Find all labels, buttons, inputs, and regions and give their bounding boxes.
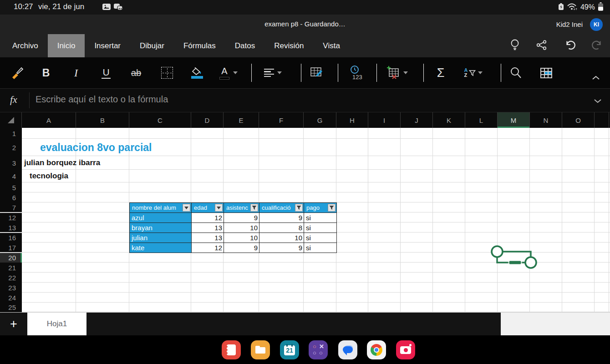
expand-formula-bar-icon[interactable] [594,97,602,105]
calendar-icon[interactable]: 21 [280,340,299,359]
table-cell[interactable]: 9 [259,213,304,223]
tips-lightbulb-icon[interactable] [510,39,520,53]
share-icon[interactable] [536,40,547,52]
spreadsheet-grid[interactable]: evaluacion 8vo parcial julian borquez ib… [22,128,610,312]
row-header-21[interactable]: 21 [0,263,22,273]
alignment-button[interactable] [262,57,283,88]
insert-delete-cells-button[interactable] [385,57,409,88]
table-cell[interactable]: 12 [192,213,224,223]
tab-formulas[interactable]: Fórmulas [174,34,225,57]
column-header-C[interactable]: C [129,112,191,128]
column-header-H[interactable]: H [336,112,368,128]
row-header-25[interactable]: 25 [0,303,22,312]
row-header-2[interactable]: 2 [0,139,22,156]
select-all-button[interactable] [0,112,22,128]
row-header-1[interactable]: 1 [0,128,22,139]
table-cell[interactable]: julian [130,233,192,243]
format-as-table-icon[interactable] [537,57,555,88]
cell-a2-title[interactable]: evaluacion 8vo parcial [40,139,152,156]
account-avatar[interactable]: KI [590,18,603,31]
row-header-16[interactable]: 16 [0,233,22,243]
table-header-edad[interactable]: edad [192,203,224,213]
table-cell[interactable]: si [304,213,337,223]
font-color-button[interactable]: A [218,57,239,88]
redo-icon[interactable] [592,39,604,53]
samsung-notes-icon[interactable] [222,340,241,359]
table-header-asistenc[interactable]: asistenc [224,203,259,213]
row-header-17[interactable]: 17 [0,243,22,253]
table-cell[interactable]: si [304,233,337,243]
table-cell[interactable]: 12 [192,243,224,253]
search-icon[interactable] [508,57,524,88]
table-header-cualificació[interactable]: cualificació [259,203,304,213]
table-cell[interactable]: azul [130,213,192,223]
tab-inicio[interactable]: Inicio [48,34,85,57]
shape-midpoint-handle[interactable] [509,261,521,264]
column-header-O[interactable]: O [562,112,595,128]
column-header-J[interactable]: J [401,112,433,128]
filter-dropdown-icon[interactable] [215,204,223,212]
column-header-E[interactable]: E [224,112,259,128]
table-cell[interactable]: 9 [259,243,304,253]
shape-endpoint-handle[interactable] [492,246,503,257]
tab-dibujar[interactable]: Dibujar [130,34,174,57]
camera-icon[interactable] [396,340,415,359]
table-cell[interactable]: 13 [192,223,224,233]
sort-filter-button[interactable]: AZ [461,57,486,88]
column-header-M[interactable]: M [498,112,530,128]
row-header-12[interactable]: 12 [0,212,22,222]
bold-button[interactable]: B [38,57,54,88]
formula-input[interactable]: Escribe aquí el texto o la fórmula [36,94,168,105]
tab-insertar[interactable]: Insertar [85,34,130,57]
cell-a3-student-name[interactable]: julian borquez ibarra [24,156,100,170]
table-cell[interactable]: 9 [224,213,259,223]
row-header-13[interactable]: 13 [0,222,22,233]
row-header-20[interactable]: 20 [0,253,22,263]
tab-revision[interactable]: Revisión [264,34,313,57]
tab-archivo[interactable]: Archivo [3,34,48,57]
cell-a4-subject[interactable]: tecnologia [22,170,76,182]
borders-button[interactable] [159,57,175,88]
table-cell[interactable]: kate [130,243,192,253]
my-files-icon[interactable] [251,340,270,359]
column-header-D[interactable]: D [191,112,224,128]
row-header-6[interactable]: 6 [0,192,22,202]
table-header-nombre del alum[interactable]: nombre del alum [130,203,192,213]
row-header-23[interactable]: 23 [0,283,22,293]
underline-button[interactable]: U [98,57,114,88]
filter-funnel-icon[interactable] [328,204,336,212]
row-header-5[interactable]: 5 [0,182,22,192]
tab-datos[interactable]: Datos [225,34,264,57]
filter-funnel-icon[interactable] [250,204,258,212]
row-header-22[interactable]: 22 [0,273,22,283]
column-header-B[interactable]: B [76,112,129,128]
collapse-ribbon-icon[interactable] [592,74,600,82]
table-cell[interactable]: 10 [224,233,259,243]
table-header-pago[interactable]: pago [304,203,337,213]
table-cell[interactable]: 9 [224,243,259,253]
column-header-K[interactable]: K [433,112,465,128]
format-painter-icon[interactable] [8,57,26,88]
shape-endpoint-handle[interactable] [525,257,536,268]
column-header-I[interactable]: I [368,112,401,128]
sheet-tab-hoja1[interactable]: Hoja1 [27,313,86,335]
cell-styles-icon[interactable] [308,57,326,88]
undo-icon[interactable] [564,39,575,53]
table-cell[interactable]: 8 [259,223,304,233]
italic-button[interactable]: I [68,57,84,88]
filter-funnel-icon[interactable] [295,204,303,212]
chrome-icon[interactable] [367,340,386,359]
messages-icon[interactable] [338,340,357,359]
add-sheet-button[interactable]: + [0,313,27,335]
table-cell[interactable]: 10 [224,223,259,233]
table-cell[interactable]: si [304,223,337,233]
row-header-3[interactable]: 3 [0,156,22,170]
tab-vista[interactable]: Vista [313,34,350,57]
column-header-G[interactable]: G [304,112,336,128]
table-cell[interactable]: 13 [192,233,224,243]
table-cell[interactable]: brayan [130,223,192,233]
row-header-7[interactable]: 7 [0,202,22,212]
autosum-button[interactable]: Σ [432,57,449,88]
filter-dropdown-icon[interactable] [183,204,190,212]
row-header-24[interactable]: 24 [0,293,22,303]
